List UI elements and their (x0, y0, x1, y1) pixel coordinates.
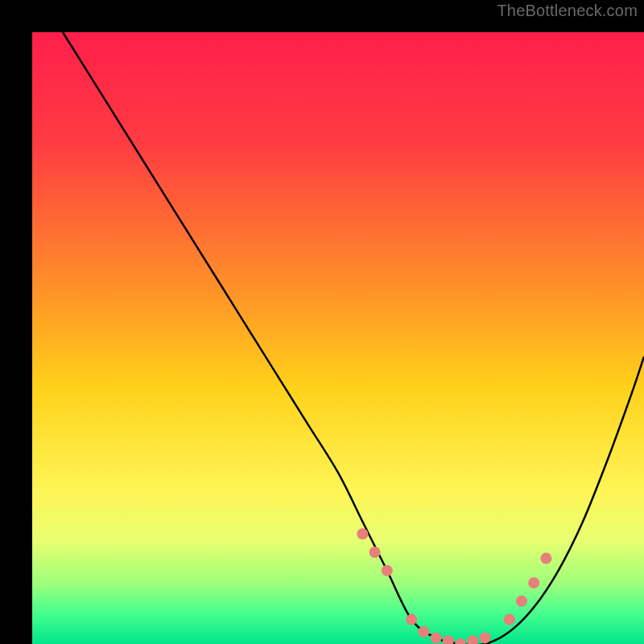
highlight-dot (540, 553, 551, 564)
highlight-dot (431, 632, 442, 643)
highlight-dot (369, 547, 381, 558)
highlight-dot (504, 614, 515, 625)
gradient-bg (32, 32, 644, 644)
highlight-dot (382, 565, 393, 576)
watermark-text: TheBottleneck.com (497, 2, 638, 19)
highlight-dot (528, 577, 539, 588)
highlight-dot (357, 528, 368, 539)
highlight-dot (479, 632, 490, 643)
highlight-dot (418, 626, 429, 638)
watermark: TheBottleneck.com (497, 2, 638, 20)
highlight-dot (406, 614, 417, 625)
chart-frame (16, 16, 628, 628)
highlight-dot (516, 596, 527, 607)
bottleneck-chart (32, 32, 644, 644)
